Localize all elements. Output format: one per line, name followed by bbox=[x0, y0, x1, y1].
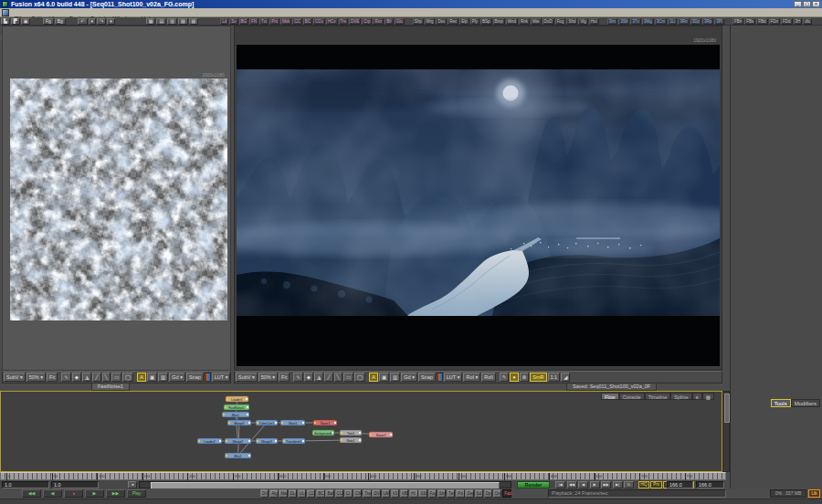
tool-shortcut-FDn[interactable]: FDn bbox=[769, 18, 781, 25]
flow-node-saver2[interactable]: Saver2 bbox=[369, 432, 393, 437]
play-cluster-btn0-button[interactable]: ◀◀ bbox=[22, 489, 41, 498]
fastnoise-preview-image[interactable] bbox=[10, 79, 227, 320]
leftview--icon[interactable]: ▣ bbox=[147, 373, 157, 382]
rightview-snap-button[interactable]: Snap bbox=[418, 373, 436, 382]
tool-shortcut-Mrg[interactable]: Mrg bbox=[425, 18, 436, 25]
bottom-shortcut-dep[interactable]: Dep bbox=[465, 489, 473, 498]
scroll-left-button[interactable]: ◄ bbox=[128, 481, 137, 488]
tool-shortcut-Wnd[interactable]: Wnd bbox=[506, 18, 518, 25]
leftview--icon[interactable]: ◆ bbox=[72, 373, 81, 382]
tool-shortcut-Ld[interactable]: Ld bbox=[220, 18, 228, 25]
leftview--icon[interactable]: ▭ bbox=[111, 373, 121, 382]
flow-tab-spline[interactable]: Spline bbox=[670, 393, 691, 400]
leftview--icon[interactable]: ╲ bbox=[102, 373, 111, 382]
flow-node-note1[interactable]: Note1 bbox=[340, 437, 362, 443]
flow-node-colorcorr1[interactable]: ColorCorr1 bbox=[256, 420, 278, 425]
play-cluster-btn3-button[interactable]: ▶ bbox=[85, 489, 104, 498]
flow-node-fastnoise1[interactable]: FastNoise1 bbox=[224, 404, 249, 410]
leftview--icon[interactable]: ▥ bbox=[158, 373, 168, 382]
bottom-shortcut-ccv[interactable]: CCv bbox=[335, 489, 343, 498]
rightview-roi-button[interactable]: RoI ▾ bbox=[463, 373, 480, 382]
bottom-shortcut-uly[interactable]: ULy bbox=[298, 489, 306, 498]
rightview--icon[interactable]: ◮ bbox=[314, 373, 323, 382]
bottom-shortcut-dp[interactable]: Dp bbox=[484, 489, 492, 498]
bottom-shortcut-hi[interactable]: HI bbox=[409, 489, 417, 498]
flow-node-merge3[interactable]: Merge3 bbox=[256, 438, 278, 444]
tool-shortcut-FDd[interactable]: FDd bbox=[781, 18, 793, 25]
rightview--icon[interactable]: ╲ bbox=[334, 373, 342, 382]
rightview--icon[interactable]: ✎ bbox=[500, 373, 510, 382]
leftview-a-button[interactable]: A bbox=[137, 373, 146, 382]
tool-shortcut-Txt[interactable]: Txt bbox=[259, 18, 269, 25]
tool-shortcut-Shd[interactable]: Shd bbox=[566, 18, 577, 25]
left-view-tab[interactable]: FastNoise1 bbox=[91, 383, 130, 391]
rightview-rgb-channels-icon[interactable] bbox=[437, 373, 443, 382]
bottom-shortcut-dnt[interactable]: Dnt bbox=[493, 489, 501, 498]
leftview-lut-button[interactable]: LUT ▾ bbox=[212, 373, 231, 382]
bottom-shortcut-cc[interactable]: CC bbox=[307, 489, 315, 498]
flow-tab-icon-1[interactable]: ≡ bbox=[692, 393, 702, 400]
rightview-50-button[interactable]: 50% ▾ bbox=[258, 373, 278, 382]
viewport-right[interactable]: 1920x1080 bbox=[234, 26, 722, 371]
layout-button-2[interactable]: ▤ bbox=[156, 18, 166, 25]
bottom-shortcut-alg[interactable]: Alg bbox=[269, 489, 278, 498]
rightview--icon[interactable]: ◯ bbox=[354, 373, 365, 382]
rightview--icon[interactable]: ◢ bbox=[561, 373, 570, 382]
panel-tab-tools[interactable]: Tools bbox=[771, 399, 791, 407]
flow-node-blur2[interactable]: Blur2 bbox=[225, 453, 251, 458]
tool-shortcut-Vig[interactable]: Vig bbox=[578, 18, 587, 25]
global-end-field[interactable]: 166.0 bbox=[696, 481, 724, 488]
tool-shortcut-Blr[interactable]: Blr bbox=[385, 18, 394, 25]
tool-shortcut-DoD[interactable]: DoD bbox=[543, 18, 554, 25]
leftview--icon[interactable]: ◯ bbox=[122, 373, 133, 382]
tool-shortcut-BSp[interactable]: BSp bbox=[480, 18, 492, 25]
transport-gostart-button[interactable]: |◀ bbox=[555, 481, 565, 488]
tool-shortcut-3Sh[interactable]: 3Sh bbox=[618, 18, 629, 25]
transport-fastfwd-button[interactable]: ▶▶ bbox=[601, 481, 611, 488]
tool-shortcut-3Pt[interactable]: 3Pt bbox=[714, 18, 724, 25]
maximize-button[interactable]: ▢ bbox=[803, 1, 811, 7]
leftview-fit-button[interactable]: Fit bbox=[47, 373, 58, 382]
tool-shortcut-BG[interactable]: BG bbox=[239, 18, 249, 25]
rightview--icon[interactable]: ▭ bbox=[343, 373, 353, 382]
transport-loop-button[interactable]: ↻ bbox=[624, 481, 634, 488]
timeline-ruler[interactable]: 0501001502002503003504004505005506006507… bbox=[0, 472, 726, 480]
tool-shortcut-HCv[interactable]: HCv bbox=[326, 18, 338, 25]
tool-shortcut-FBs[interactable]: FBs bbox=[744, 18, 755, 25]
flow-node-merge1[interactable]: Merge1 bbox=[227, 420, 251, 425]
flow-tab-flow[interactable]: Flow bbox=[601, 393, 619, 400]
flow-node-saver1[interactable]: Saver1 bbox=[313, 420, 337, 425]
toggle-prx-button[interactable]: Prx bbox=[650, 481, 662, 488]
tool-shortcut-Pnt[interactable]: Pnt bbox=[269, 18, 279, 25]
tool-shortcut-3Rn[interactable]: 3Rn bbox=[678, 18, 689, 25]
tool-shortcut-Rec[interactable]: Rec bbox=[448, 18, 458, 25]
rightview-subv-button[interactable]: SubV ▾ bbox=[236, 373, 258, 382]
leftview-50-button[interactable]: 50% ▾ bbox=[26, 373, 46, 382]
tool-shortcut-Crp[interactable]: Crp bbox=[362, 18, 372, 25]
undo-menu-icon[interactable]: ▾ bbox=[89, 18, 97, 25]
transport-playfwd-button[interactable]: ▶ bbox=[590, 481, 600, 488]
flow-editor[interactable]: Loader1FastNoise1Blur1Merge1ColorCorr1Gl… bbox=[0, 391, 722, 472]
bottom-shortcut-cl[interactable]: Cl bbox=[344, 489, 353, 498]
bottom-shortcut-vb[interactable]: VB bbox=[400, 489, 408, 498]
tool-shortcut-FN[interactable]: FN bbox=[249, 18, 258, 25]
bottom-shortcut-tw[interactable]: Tw bbox=[447, 489, 455, 498]
current-time-field[interactable]: 166.0 bbox=[667, 481, 693, 488]
flow-node-glow1[interactable]: Glow1 bbox=[280, 420, 305, 425]
play-cluster-play-button[interactable]: Play bbox=[127, 489, 146, 498]
flow-node-loader1[interactable]: Loader1 bbox=[226, 396, 248, 402]
leftview-rgb-channels-icon[interactable] bbox=[205, 373, 211, 382]
bottom-shortcut-dv[interactable]: DV bbox=[260, 489, 269, 498]
viewport-left[interactable]: 1920x1080 bbox=[2, 26, 231, 371]
tool-shortcut-Ply[interactable]: Ply bbox=[470, 18, 480, 25]
bottom-shortcut-tra[interactable]: Tra bbox=[363, 489, 371, 498]
toggle-fg[interactable]: Fg bbox=[43, 18, 54, 25]
rightview-11-button[interactable]: 1:1 bbox=[548, 373, 561, 382]
rightview--icon[interactable]: ▥ bbox=[390, 373, 400, 382]
bottom-shortcut-fad[interactable]: Fad bbox=[502, 489, 511, 498]
transport-fastrev-button[interactable]: ◀◀ bbox=[567, 481, 577, 488]
bottom-shortcut-dly[interactable]: DLy bbox=[289, 489, 297, 498]
redo-icon[interactable]: ↷ bbox=[97, 18, 106, 25]
layout-button-1[interactable]: ▦ bbox=[146, 18, 156, 25]
rightview-gd-button[interactable]: Gd ▾ bbox=[401, 373, 417, 382]
